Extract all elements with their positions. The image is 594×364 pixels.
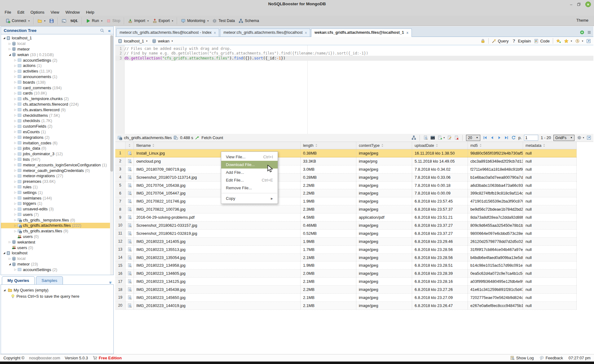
expanded-arrow-icon[interactable]: ◢ — [8, 263, 12, 265]
table-row-20[interactable]: 20IMG_20180223_144019.jpg2.1MBimage/jpeg… — [115, 302, 577, 310]
table-row-16[interactable]: 16IMG_20180223_134605.jpg2.0MBimage/jpeg… — [115, 270, 577, 278]
collapsed-arrow-icon[interactable]: ▷ — [13, 119, 17, 122]
close-tab-icon[interactable]: x — [407, 31, 408, 34]
collapsed-arrow-icon[interactable]: ▷ — [13, 196, 17, 200]
preview-file-cell[interactable] — [125, 189, 134, 197]
preview-file-cell[interactable] — [125, 157, 134, 165]
maximize-editor-button[interactable] — [586, 39, 591, 43]
preview-file-cell[interactable] — [125, 165, 134, 173]
collapsed-arrow-icon[interactable]: ▷ — [13, 70, 17, 73]
terminal-button[interactable] — [61, 18, 67, 24]
refresh-button[interactable] — [511, 135, 516, 140]
tree-item-cfs-tempstore-chunks[interactable]: ▷cfs._tempstore.chunks(2) — [1, 96, 113, 102]
collapsed-arrow-icon[interactable]: ▷ — [13, 81, 17, 84]
minimize-button[interactable]: – — [570, 2, 572, 7]
table-row-15[interactable]: 15IMG_20180223_134958.jpg1.9MBimage/jpeg… — [115, 261, 577, 270]
tree-item-meteor-accounts-loginserviceconfiguration[interactable]: ▷meteor_accounts_loginServiceConfigurati… — [1, 162, 113, 168]
preview-file-cell[interactable] — [125, 182, 134, 189]
add-favorite-button[interactable] — [556, 39, 561, 43]
table-row-5[interactable]: 5IMG_20170704_105438.jpg2.2MBimage/jpeg7… — [115, 182, 577, 190]
collapsed-arrow-icon[interactable]: ▷ — [13, 185, 17, 188]
new-tab-button[interactable] — [580, 30, 584, 35]
context-item-edit-file[interactable]: Edit File...Ctrl+E — [221, 176, 278, 184]
table-row-10[interactable]: 10Screenshot_20180621-033157.jpg0.46MBim… — [115, 221, 577, 230]
context-item-copy[interactable]: Copy▶ — [221, 195, 278, 202]
table-row-9[interactable]: 92016-04-29-solving-problems.pdf4.5MBapp… — [115, 213, 577, 221]
tree-item-checklists[interactable]: ▷checklists(1.7K) — [1, 118, 113, 124]
tree-item-escounts[interactable]: ▷esCounts(1) — [1, 129, 113, 135]
table-row-1[interactable]: 1Install_Linux.jpg0.38MBimage/jpeg16.11.… — [115, 149, 577, 157]
tree-item-actions[interactable]: ▷actions(1) — [1, 63, 113, 68]
collapsed-arrow-icon[interactable]: ▷ — [8, 42, 12, 45]
collapse-sidebar-icon[interactable]: « — [108, 28, 111, 33]
close-tab-icon[interactable]: x — [305, 31, 307, 34]
editor-line-2[interactable]: 2// Find by name e.g. db.getCollection("… — [115, 51, 593, 56]
tree-item-meteor-oauth-pendingcredentials[interactable]: ▷meteor_oauth_pendingCredentials(0) — [1, 168, 113, 173]
table-row-6[interactable]: 6IMG_20170704_105447.jpg2.2MBimage/jpeg7… — [115, 189, 577, 197]
tree-item-lists[interactable]: ▷lists(947) — [1, 157, 113, 162]
menu-options[interactable]: Options — [27, 9, 47, 15]
tree-item-boards[interactable]: ▷boards(138) — [1, 79, 113, 85]
chevron-double-down-icon[interactable]: « — [108, 278, 114, 284]
preview-file-cell[interactable] — [125, 149, 134, 157]
last-page-button[interactable] — [504, 135, 509, 140]
tree-item-cfs-gridfs-avatars-files[interactable]: ▷cfs_gridfs.avatars.files(9) — [1, 228, 113, 234]
tree-item-accountsettings[interactable]: ▷accountSettings(2) — [1, 267, 113, 272]
tree-item-triggers[interactable]: ▷triggers(1) — [1, 201, 113, 206]
collapsed-arrow-icon[interactable]: ▷ — [13, 75, 17, 78]
collapsed-arrow-icon[interactable]: ▷ — [13, 202, 17, 205]
collapsed-arrow-icon[interactable]: ▷ — [13, 97, 17, 100]
fetch-count-icon[interactable] — [195, 135, 200, 140]
menu-window[interactable]: Window — [62, 9, 83, 15]
restore-button[interactable] — [577, 2, 581, 6]
view-mode-select[interactable]: GridFs▼ — [553, 135, 574, 141]
preview-file-cell[interactable] — [125, 254, 134, 261]
column-header-filename[interactable]: filename — [134, 142, 301, 149]
next-page-button[interactable] — [497, 135, 502, 140]
collapsed-arrow-icon[interactable]: ▷ — [13, 130, 17, 133]
monitoring-button[interactable]: Monitoring▾ — [180, 18, 209, 24]
tree-scrollbar-thumb[interactable] — [110, 35, 113, 172]
favorites-button[interactable]: ▾ — [564, 39, 572, 43]
preview-file-cell[interactable] — [125, 302, 134, 309]
tree-item-customfields[interactable]: ▷customFields(2) — [1, 124, 113, 129]
tree-item-jobs-dominator-3[interactable]: ▷jobs_dominator_3(12) — [1, 151, 113, 157]
context-item-view-file[interactable]: View File...Ctrl+I — [221, 153, 278, 161]
tree-item-settings[interactable]: ▷settings(1) — [1, 190, 113, 195]
tree-item-meteor-migrations[interactable]: ▷meteor-migrations(27) — [1, 173, 113, 179]
preview-file-cell[interactable] — [125, 246, 134, 253]
connect-button[interactable]: Connect▾ — [5, 18, 31, 24]
stop-button[interactable]: Stop — [105, 18, 121, 24]
menu-help[interactable]: Help — [83, 9, 97, 15]
code-editor[interactable]: 1// Files can be added easily with drag … — [115, 45, 593, 134]
tree-item-presences[interactable]: ▷presences(33.6K) — [1, 179, 113, 184]
column-header-uploaddate[interactable]: uploadDate — [412, 142, 468, 149]
collapsed-arrow-icon[interactable]: ▷ — [13, 64, 17, 67]
view-document-button[interactable] — [423, 135, 428, 140]
edit-document-button[interactable] — [447, 135, 452, 140]
tree-item-wekan[interactable]: ◢wekan(33 | 0.21GB) — [1, 52, 113, 57]
tree-item-announcements[interactable]: ▷announcements(1) — [1, 74, 113, 80]
maximize-results-button[interactable] — [587, 135, 591, 140]
context-item-remove-file[interactable]: Remove File... — [221, 184, 278, 192]
import-button[interactable]: Import▾ — [127, 18, 149, 24]
tree-scrollbar[interactable] — [110, 35, 113, 275]
menu-view[interactable]: View — [47, 9, 62, 15]
close-tab-icon[interactable]: x — [214, 31, 216, 34]
collapsed-arrow-icon[interactable]: ▷ — [13, 191, 17, 194]
preview-file-cell[interactable] — [125, 173, 134, 181]
tree-item-cfs-attachments-filerecord[interactable]: ▷cfs.attachments.filerecord(224) — [1, 102, 113, 107]
page-size-select[interactable]: 20▼ — [466, 135, 480, 141]
preview-file-cell[interactable] — [125, 221, 134, 229]
sort-header[interactable] — [125, 142, 134, 149]
tab-meteor-cfs-gridfs-attachments-files-localhost[interactable]: meteor:cfs_gridfs.attachments.files@loca… — [220, 29, 310, 37]
expanded-arrow-icon[interactable]: ◢ — [2, 289, 7, 292]
breadcrumb-wekan[interactable]: wekan▾ — [152, 39, 173, 43]
collapsed-arrow-icon[interactable]: ▷ — [13, 125, 17, 128]
breadcrumb-localhost-1[interactable]: localhost_1▾ — [118, 39, 147, 43]
preview-file-cell[interactable] — [125, 238, 134, 245]
fetch-count-label[interactable]: Fetch Count — [201, 135, 223, 140]
preview-file-cell[interactable] — [125, 270, 134, 277]
collapsed-arrow-icon[interactable]: ▷ — [13, 268, 17, 271]
collapsed-arrow-icon[interactable]: ▷ — [13, 169, 17, 172]
